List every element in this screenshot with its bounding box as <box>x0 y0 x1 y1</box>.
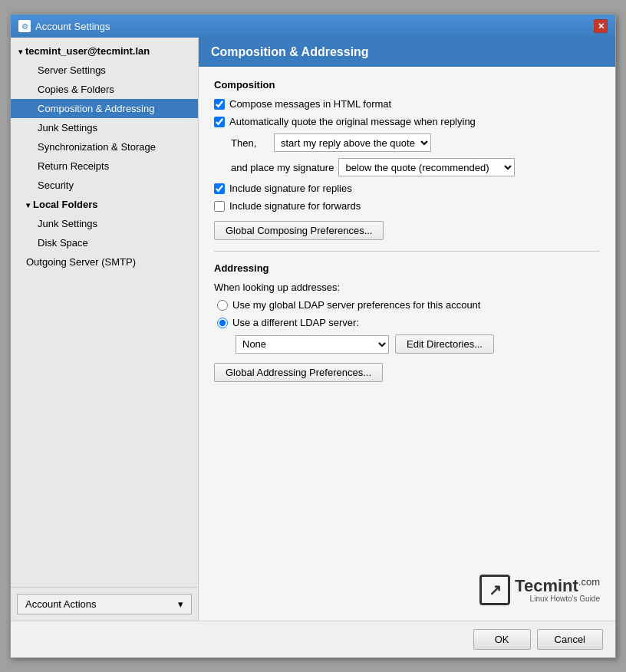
section-header: Composition & Addressing <box>199 38 615 67</box>
then-row: Then, start my reply above the quote sta… <box>214 133 600 152</box>
use-global-ldap-label: Use my global LDAP server preferences fo… <box>232 299 480 311</box>
account-settings-window: ⚙ Account Settings ✕ ▾tecmint_user@tecmi… <box>10 14 616 658</box>
use-different-ldap-row: Use a different LDAP server: <box>214 317 600 328</box>
edit-directories-button[interactable]: Edit Directories... <box>395 334 494 354</box>
sidebar-item-composition-addressing[interactable]: Composition & Addressing <box>11 99 198 118</box>
signature-placement-select[interactable]: below the quote (recommended) above the … <box>338 158 515 176</box>
signature-placement-row: and place my signature below the quote (… <box>214 158 600 176</box>
then-label: Then, <box>231 137 269 149</box>
auto-quote-checkbox[interactable] <box>214 117 225 127</box>
ldap-server-row: None Edit Directories... <box>214 334 600 354</box>
main-content: Composition & Addressing Composition Com… <box>199 38 615 621</box>
window-title: Account Settings <box>35 21 110 32</box>
sidebar-item-junk-settings[interactable]: Junk Settings <box>11 118 198 137</box>
app-icon: ⚙ <box>18 20 31 32</box>
compose-html-label: Compose messages in HTML format <box>229 98 391 110</box>
use-global-ldap-radio[interactable] <box>217 300 228 311</box>
sidebar-content: ▾tecmint_user@tecmint.lan Server Setting… <box>11 38 198 587</box>
composition-section-title: Composition <box>214 79 600 91</box>
auto-quote-label: Automatically quote the original message… <box>229 116 476 127</box>
sidebar-item-junk-local[interactable]: Junk Settings <box>11 214 198 233</box>
sidebar-item-disk-space[interactable]: Disk Space <box>11 233 198 252</box>
ok-button[interactable]: OK <box>473 629 531 650</box>
window-body: ▾tecmint_user@tecmint.lan Server Setting… <box>11 38 615 621</box>
sidebar-account-root[interactable]: ▾tecmint_user@tecmint.lan <box>11 41 198 61</box>
include-sig-replies-label: Include signature for replies <box>229 183 352 194</box>
title-bar-title: ⚙ Account Settings <box>18 20 110 32</box>
watermark-icon: ↗ <box>479 575 510 605</box>
content-area: Composition Compose messages in HTML for… <box>199 67 615 621</box>
window-footer: OK Cancel <box>11 621 615 657</box>
global-addressing-button[interactable]: Global Addressing Preferences... <box>214 363 383 382</box>
collapse-arrow-local-icon: ▾ <box>26 201 30 209</box>
sidebar-item-copies-folders[interactable]: Copies & Folders <box>11 80 198 99</box>
global-composing-row: Global Composing Preferences... <box>214 221 600 240</box>
include-sig-replies-row: Include signature for replies <box>214 183 600 194</box>
reply-position-select[interactable]: start my reply above the quote start my … <box>274 133 431 152</box>
watermark-com: .com <box>578 576 600 588</box>
global-addressing-row: Global Addressing Preferences... <box>214 363 600 382</box>
sidebar-local-folders[interactable]: ▾Local Folders <box>11 195 198 214</box>
sidebar: ▾tecmint_user@tecmint.lan Server Setting… <box>11 38 199 621</box>
include-sig-forwards-checkbox[interactable] <box>214 201 225 212</box>
compose-html-row: Compose messages in HTML format <box>214 98 600 110</box>
sidebar-item-return-receipts[interactable]: Return Receipts <box>11 156 198 176</box>
compose-html-checkbox[interactable] <box>214 99 225 110</box>
account-actions-button[interactable]: Account Actions ▾ <box>17 594 192 614</box>
use-global-ldap-row: Use my global LDAP server preferences fo… <box>214 299 600 311</box>
use-different-ldap-radio[interactable] <box>217 318 228 328</box>
close-button[interactable]: ✕ <box>594 19 608 33</box>
sidebar-item-security[interactable]: Security <box>11 176 198 195</box>
use-different-ldap-label: Use a different LDAP server: <box>232 317 359 328</box>
sidebar-item-sync-storage[interactable]: Synchronization & Storage <box>11 137 198 156</box>
global-composing-button[interactable]: Global Composing Preferences... <box>214 221 384 240</box>
when-looking-label: When looking up addresses: <box>214 282 340 293</box>
account-actions-arrow-icon: ▾ <box>178 598 183 610</box>
section-divider <box>214 251 600 252</box>
when-looking-row: When looking up addresses: <box>214 282 600 293</box>
watermark-sub: Linux Howto's Guide <box>515 595 600 603</box>
watermark-brand: Tecmint <box>515 576 578 595</box>
watermark-text-wrap: Tecmint.com Linux Howto's Guide <box>515 577 600 603</box>
signature-placement-label: and place my signature <box>231 162 334 173</box>
title-bar: ⚙ Account Settings ✕ <box>11 15 615 38</box>
sidebar-bottom: Account Actions ▾ <box>11 587 198 621</box>
sidebar-item-server-settings[interactable]: Server Settings <box>11 61 198 80</box>
addressing-section-title: Addressing <box>214 262 600 274</box>
cancel-button[interactable]: Cancel <box>537 629 603 650</box>
include-sig-forwards-label: Include signature for forwards <box>229 200 361 212</box>
auto-quote-row: Automatically quote the original message… <box>214 116 600 127</box>
collapse-arrow-icon: ▾ <box>18 48 22 56</box>
watermark: ↗ Tecmint.com Linux Howto's Guide <box>479 575 600 605</box>
ldap-server-select[interactable]: None <box>236 335 389 354</box>
include-sig-forwards-row: Include signature for forwards <box>214 200 600 212</box>
include-sig-replies-checkbox[interactable] <box>214 183 225 194</box>
sidebar-item-outgoing-smtp[interactable]: Outgoing Server (SMTP) <box>11 252 198 272</box>
